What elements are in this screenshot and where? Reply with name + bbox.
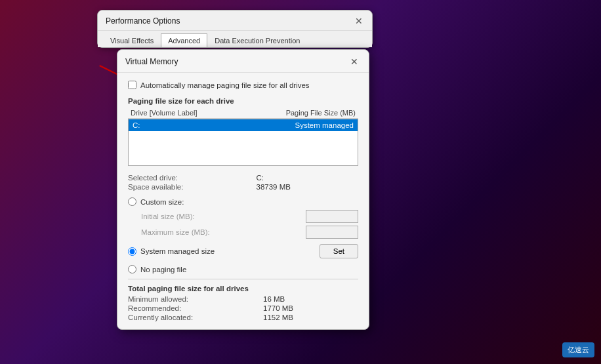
- drive-list[interactable]: C: System managed: [128, 119, 358, 166]
- divider: [128, 279, 358, 279]
- system-managed-radio-row: System managed size: [128, 247, 215, 256]
- vm-close-button[interactable]: ✕: [348, 55, 361, 68]
- drive-size: System managed: [295, 121, 354, 129]
- total-section-label: Total paging file size for all drives: [128, 285, 358, 293]
- system-managed-label[interactable]: System managed size: [140, 247, 215, 255]
- no-paging-label[interactable]: No paging file: [140, 266, 186, 273]
- drive-letter: C:: [133, 121, 140, 129]
- performance-options-window: Performance Options ✕ Visual Effects Adv…: [97, 10, 373, 48]
- size-col-header: Paging File Size (MB): [286, 109, 356, 117]
- system-managed-row: System managed size Set: [128, 244, 358, 258]
- custom-size-radio[interactable]: [128, 197, 136, 206]
- auto-manage-row: Automatically manage paging file size fo…: [128, 81, 358, 89]
- maximum-size-label: Maximum size (MB):: [141, 228, 300, 236]
- perf-options-titlebar: Performance Options ✕: [98, 10, 372, 31]
- tab-dep[interactable]: Data Execution Prevention: [207, 33, 307, 47]
- selected-drive-value: C:: [256, 174, 358, 182]
- custom-size-row: Custom size:: [128, 197, 358, 206]
- watermark: 亿速云: [562, 342, 594, 357]
- selected-drive-label: Selected drive:: [128, 174, 251, 182]
- maximum-size-input[interactable]: [306, 226, 358, 239]
- perf-options-title: Performance Options: [106, 16, 180, 26]
- space-available-value: 38739 MB: [256, 183, 358, 191]
- vm-title: Virtual Memory: [125, 57, 178, 66]
- recommended-label: Recommended:: [128, 304, 258, 312]
- tab-advanced[interactable]: Advanced: [161, 33, 207, 47]
- currently-allocated-label: Currently allocated:: [128, 313, 258, 321]
- table-row[interactable]: C: System managed: [129, 119, 358, 131]
- vm-titlebar: Virtual Memory ✕: [117, 50, 369, 73]
- initial-size-input[interactable]: [306, 210, 358, 223]
- auto-manage-label[interactable]: Automatically manage paging file size fo…: [140, 81, 310, 89]
- auto-manage-checkbox[interactable]: [128, 81, 136, 89]
- system-managed-radio[interactable]: [128, 247, 136, 256]
- drive-info-grid: Selected drive: C: Space available: 3873…: [128, 174, 358, 191]
- no-paging-radio[interactable]: [128, 265, 136, 273]
- total-section: Total paging file size for all drives Mi…: [128, 285, 358, 321]
- vm-content: Automatically manage paging file size fo…: [117, 73, 369, 329]
- recommended-value: 1770 MB: [263, 304, 358, 312]
- size-inputs: Initial size (MB): Maximum size (MB):: [141, 210, 358, 239]
- currently-allocated-value: 1152 MB: [263, 313, 358, 321]
- tab-visual-effects[interactable]: Visual Effects: [103, 33, 161, 47]
- virtual-memory-dialog: Virtual Memory ✕ Automatically manage pa…: [117, 49, 369, 330]
- space-available-label: Space available:: [128, 183, 251, 191]
- custom-size-label[interactable]: Custom size:: [140, 198, 184, 206]
- paging-section-label: Paging file size for each drive: [128, 97, 358, 105]
- minimum-allowed-label: Minimum allowed:: [128, 295, 258, 303]
- radio-group: Custom size: Initial size (MB): Maximum …: [128, 197, 358, 273]
- drive-col-header: Drive [Volume Label]: [131, 109, 197, 117]
- total-grid: Minimum allowed: 16 MB Recommended: 1770…: [128, 295, 358, 321]
- perf-options-tabs: Visual Effects Advanced Data Execution P…: [98, 31, 372, 47]
- set-button[interactable]: Set: [320, 244, 358, 258]
- perf-options-close-button[interactable]: ✕: [354, 16, 364, 26]
- no-paging-row: No paging file: [128, 265, 358, 273]
- minimum-allowed-value: 16 MB: [263, 295, 358, 303]
- table-header: Drive [Volume Label] Paging File Size (M…: [128, 108, 358, 119]
- initial-size-label: Initial size (MB):: [141, 212, 300, 220]
